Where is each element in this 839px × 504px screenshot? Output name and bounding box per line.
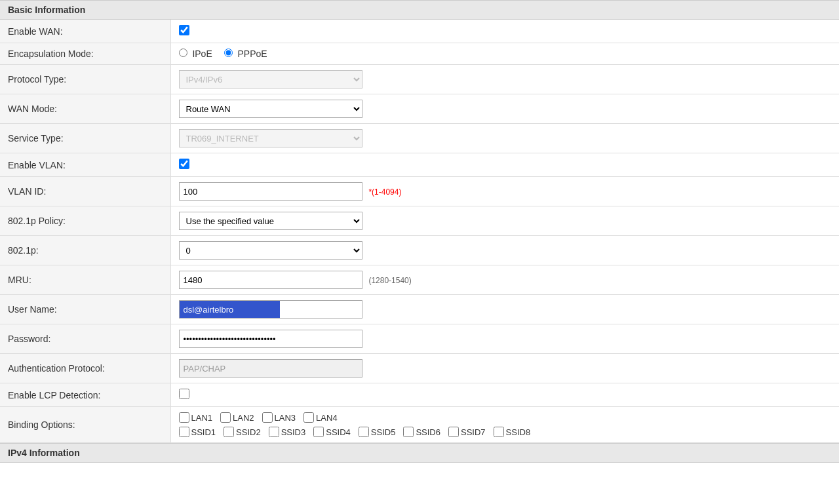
- page-container: Basic Information Enable WAN: Encapsulat…: [0, 0, 839, 504]
- policy-802-row: 802.1p Policy: Use the specified value N…: [0, 206, 839, 236]
- ssid8-checkbox[interactable]: [494, 427, 504, 437]
- enable-wan-cell: [170, 20, 839, 43]
- policy-802-cell: Use the specified value None: [170, 206, 839, 236]
- lan1-checkbox[interactable]: [179, 412, 189, 423]
- enable-lcp-checkbox[interactable]: [179, 389, 189, 399]
- mru-row: MRU: (1280-1540): [0, 265, 839, 295]
- enable-wan-checkbox[interactable]: [179, 25, 189, 35]
- enable-lcp-label: Enable LCP Detection:: [0, 383, 170, 407]
- enable-vlan-checkbox[interactable]: [179, 159, 189, 169]
- ssid7-checkbox[interactable]: [448, 427, 459, 437]
- ssid6-label: SSID6: [416, 427, 440, 437]
- ssid2-item: SSID2: [224, 427, 261, 437]
- ssid3-item: SSID3: [269, 427, 306, 437]
- lan4-checkbox[interactable]: [303, 412, 314, 423]
- service-type-row: Service Type: TR069_INTERNET TR069 INTER…: [0, 124, 839, 153]
- mru-input[interactable]: [179, 271, 362, 289]
- encapsulation-mode-cell: IPoE PPPoE: [170, 43, 839, 65]
- ipoe-radio[interactable]: [179, 48, 187, 57]
- username-input[interactable]: [179, 300, 362, 319]
- ssid1-checkbox[interactable]: [179, 427, 189, 437]
- ssid1-item: SSID1: [179, 427, 216, 437]
- username-cell: [170, 295, 839, 324]
- ssid8-item: SSID8: [494, 427, 531, 437]
- vlan-id-hint: *(1-4094): [368, 187, 401, 197]
- lan-options-row: LAN1 LAN2 LAN3 LAN4: [179, 412, 832, 423]
- enable-lcp-cell: [170, 383, 839, 407]
- wan-mode-select[interactable]: Route WAN Bridge WAN: [179, 100, 362, 118]
- lan2-checkbox[interactable]: [220, 412, 231, 423]
- policy-802-label: 802.1p Policy:: [0, 206, 170, 236]
- vlan-id-input[interactable]: [179, 182, 362, 201]
- ssid2-checkbox[interactable]: [224, 427, 234, 437]
- lan2-item: LAN2: [220, 412, 254, 423]
- auth-protocol-cell: [170, 354, 839, 383]
- lan3-label: LAN3: [275, 413, 296, 423]
- ssid3-label: SSID3: [281, 427, 306, 437]
- pppoe-radio[interactable]: [224, 48, 233, 57]
- lan1-label: LAN1: [191, 413, 213, 423]
- wan-mode-row: WAN Mode: Route WAN Bridge WAN: [0, 94, 839, 124]
- auth-protocol-input: [179, 359, 362, 378]
- protocol-type-row: Protocol Type: IPv4/IPv6 IPv4 IPv6: [0, 65, 839, 94]
- binding-options-label: Binding Options:: [0, 407, 170, 443]
- policy-802-select[interactable]: Use the specified value None: [179, 212, 362, 230]
- ipv4-info-title: IPv4 Information: [8, 448, 80, 458]
- lan3-item: LAN3: [262, 412, 296, 423]
- lan2-label: LAN2: [233, 413, 254, 423]
- vlan-id-row: VLAN ID: *(1-4094): [0, 177, 839, 206]
- ssid6-item: SSID6: [403, 427, 440, 437]
- ssid2-label: SSID2: [236, 427, 261, 437]
- ssid4-checkbox[interactable]: [313, 427, 324, 437]
- mru-cell: (1280-1540): [170, 265, 839, 295]
- password-input[interactable]: [179, 330, 362, 348]
- password-label: Password:: [0, 324, 170, 354]
- wan-mode-cell: Route WAN Bridge WAN: [170, 94, 839, 124]
- value-802-select[interactable]: 0 1 2 3 4 5 6 7: [179, 241, 362, 260]
- ssid4-item: SSID4: [313, 427, 351, 437]
- wan-mode-label: WAN Mode:: [0, 94, 170, 124]
- service-type-cell: TR069_INTERNET TR069 INTERNET OTHER: [170, 124, 839, 153]
- username-label: User Name:: [0, 295, 170, 324]
- ssid5-label: SSID5: [371, 427, 396, 437]
- service-type-label: Service Type:: [0, 124, 170, 153]
- lan4-label: LAN4: [316, 413, 338, 423]
- enable-vlan-label: Enable VLAN:: [0, 153, 170, 177]
- value-802-label: 802.1p:: [0, 236, 170, 265]
- protocol-type-label: Protocol Type:: [0, 65, 170, 94]
- ssid8-label: SSID8: [506, 427, 531, 437]
- binding-options-row: Binding Options: LAN1 LAN2: [0, 407, 839, 443]
- ipoe-label: IPoE: [192, 48, 212, 59]
- mru-hint: (1280-1540): [368, 276, 411, 285]
- ssid1-label: SSID1: [191, 427, 216, 437]
- auth-protocol-label: Authentication Protocol:: [0, 354, 170, 383]
- section-header-ipv4: IPv4 Information: [0, 443, 839, 463]
- value-802-row: 802.1p: 0 1 2 3 4 5 6 7: [0, 236, 839, 265]
- password-row: Password:: [0, 324, 839, 354]
- ssid5-checkbox[interactable]: [359, 427, 369, 437]
- mru-label: MRU:: [0, 265, 170, 295]
- password-cell: [170, 324, 839, 354]
- service-type-select[interactable]: TR069_INTERNET TR069 INTERNET OTHER: [179, 129, 362, 147]
- protocol-type-select[interactable]: IPv4/IPv6 IPv4 IPv6: [179, 70, 362, 88]
- enable-vlan-row: Enable VLAN:: [0, 153, 839, 177]
- binding-options-cell: LAN1 LAN2 LAN3 LAN4: [170, 407, 839, 443]
- enable-wan-label: Enable WAN:: [0, 20, 170, 43]
- pppoe-label: PPPoE: [238, 48, 267, 59]
- lan1-item: LAN1: [179, 412, 213, 423]
- basic-info-title: Basic Information: [8, 5, 85, 15]
- section-header-basic: Basic Information: [0, 0, 839, 20]
- ssid7-label: SSID7: [461, 427, 486, 437]
- lan3-checkbox[interactable]: [262, 412, 273, 423]
- username-row: User Name:: [0, 295, 839, 324]
- basic-info-table: Enable WAN: Encapsulation Mode: IPoE PPP…: [0, 20, 839, 443]
- enable-lcp-row: Enable LCP Detection:: [0, 383, 839, 407]
- value-802-cell: 0 1 2 3 4 5 6 7: [170, 236, 839, 265]
- encapsulation-mode-row: Encapsulation Mode: IPoE PPPoE: [0, 43, 839, 65]
- enable-wan-row: Enable WAN:: [0, 20, 839, 43]
- auth-protocol-row: Authentication Protocol:: [0, 354, 839, 383]
- ssid3-checkbox[interactable]: [269, 427, 279, 437]
- ssid6-checkbox[interactable]: [403, 427, 414, 437]
- binding-options-container: LAN1 LAN2 LAN3 LAN4: [179, 412, 832, 437]
- lan4-item: LAN4: [303, 412, 338, 423]
